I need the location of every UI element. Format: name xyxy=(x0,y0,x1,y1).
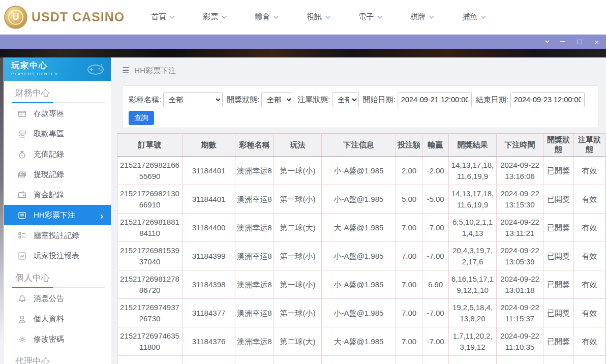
table-cell: 第一球(小) xyxy=(274,270,322,299)
bet-table-body: 215217269821665569031184401澳洲幸运8第一球(小)小-… xyxy=(117,157,605,364)
nav-item-live-video[interactable]: 視訊 xyxy=(307,12,329,22)
table-cell: 6,5,10,2,1,11,4,13 xyxy=(449,214,497,242)
table-row: 215217269746351180031184376澳洲幸运8第二球(大)大-… xyxy=(117,327,605,356)
sidebar-item-label: HH彩票下注 xyxy=(34,210,75,220)
sidebar-item-announcements[interactable]: 消息公告 xyxy=(4,288,111,309)
table-cell: 小-A盤@1.985 xyxy=(322,185,396,214)
section-title-agent-center: 代理中心 xyxy=(15,355,105,364)
table-cell: -5.00 xyxy=(422,185,449,214)
close-icon[interactable]: × xyxy=(594,38,599,46)
maximize-icon[interactable] xyxy=(578,40,582,44)
nav-item-fishing[interactable]: 捕魚 xyxy=(462,12,484,22)
table-cell: 澳洲幸运8 xyxy=(235,299,274,327)
table-cell xyxy=(274,356,322,364)
hamburger-icon[interactable]: ☰ xyxy=(122,67,129,75)
sidebar-item-label: 個人資料 xyxy=(34,314,64,324)
bet-records-table: 訂單號期數彩種名稱玩法下注信息投注額輸贏開獎結果下注時間開獎狀態注單狀態 215… xyxy=(117,133,605,364)
table-cell: 已開獎 xyxy=(543,157,574,185)
search-button[interactable]: 查詢 xyxy=(129,111,154,125)
order-status-select[interactable]: 全部 xyxy=(332,92,359,107)
table-cell: 第一球(小) xyxy=(274,299,322,327)
draw-status-label: 開獎狀態: xyxy=(227,95,259,105)
table-cell: 1,7,11,20,2,3,19,12 xyxy=(449,327,497,356)
dropdown-chevron-icon[interactable] xyxy=(545,40,548,43)
table-cell xyxy=(449,356,497,364)
minimize-icon[interactable] xyxy=(560,41,565,42)
main-panel: ☰ HH彩票下注 彩種名稱: 全部 開獎狀態: 全部 注單狀態: 全部 xyxy=(111,57,606,364)
sidebar-item-label: 修改密碼 xyxy=(34,335,64,344)
sidebar-item-profile[interactable]: 個人資料 xyxy=(4,309,111,329)
sidebar-item-label: 消息公告 xyxy=(34,294,64,304)
app-window: U USDT CASINO 首頁彩票體育視訊電子棋牌捕魚 × 玩家中心 PLAY… xyxy=(0,0,606,364)
sidebar-item-label: 提現記錄 xyxy=(34,170,64,179)
column-header: 開獎狀態 xyxy=(543,134,574,157)
sidebar-item-hh-lottery-bets[interactable]: HH彩票下注 xyxy=(4,205,111,225)
table-cell: 7.00 xyxy=(396,299,422,327)
sidebar-item-deposit-area[interactable]: 存款專區 xyxy=(4,103,111,124)
withdraw-hand-icon xyxy=(17,129,26,138)
nav-item-label: 首頁 xyxy=(151,12,166,22)
table-cell: 有效 xyxy=(574,214,605,242)
lottery-name-select[interactable]: 全部 xyxy=(163,92,223,107)
column-header: 期數 xyxy=(183,134,235,157)
table-cell: 澳洲幸运8 xyxy=(235,242,274,270)
brand-logo[interactable]: U USDT CASINO xyxy=(4,6,125,29)
table-row: 215217269812788672031184398澳洲幸运8第一球(小)小-… xyxy=(117,270,605,299)
chevron-down-icon xyxy=(429,14,434,19)
order-status-label: 注單狀態: xyxy=(297,95,330,105)
sidebar-item-recharge-records[interactable]: 充值記錄 xyxy=(4,144,111,164)
table-cell: 31184400 xyxy=(183,214,235,242)
filter-row: 彩種名稱: 全部 開獎狀態: 全部 注單狀態: 全部 開始日期: 結束日期: xyxy=(129,92,592,107)
gamepad-icon xyxy=(85,62,106,77)
table-cell xyxy=(574,356,605,364)
sidebar-item-funds-records[interactable]: 資金記錄 xyxy=(4,185,111,205)
table-cell: 小-A盤@1.985 xyxy=(322,270,396,299)
table-cell: 31184377 xyxy=(183,299,235,327)
table-cell xyxy=(422,356,449,364)
moneybag-icon xyxy=(17,149,26,159)
table-row: 215217269815393704031184399澳洲幸运8第一球(小)小-… xyxy=(117,242,605,270)
chevron-down-icon xyxy=(481,14,486,19)
nav-item-board-games[interactable]: 棋牌 xyxy=(410,12,433,22)
column-header: 彩種名稱 xyxy=(235,134,274,157)
sidebar-item-room-bet-records[interactable]: 廳室投註記錄 xyxy=(4,225,111,246)
sidebar-item-label: 玩家投注報表 xyxy=(34,251,79,261)
sidebar-item-withdraw-area[interactable]: 取款專區 xyxy=(4,124,111,144)
table-cell: 小-A盤@1.985 xyxy=(322,157,396,185)
banknotes-icon xyxy=(17,170,26,179)
table-cell: 澳洲幸运8 xyxy=(235,327,274,356)
table-cell xyxy=(497,356,543,364)
draw-status-select[interactable]: 全部 xyxy=(261,92,293,107)
nav-item-home[interactable]: 首頁 xyxy=(151,12,173,22)
sidebar-item-withdrawal-records[interactable]: 提現記錄 xyxy=(4,164,111,185)
filter-panel: 彩種名稱: 全部 開獎狀態: 全部 注單狀態: 全部 開始日期: 結束日期: xyxy=(122,85,598,128)
start-date-input[interactable] xyxy=(398,92,472,107)
table-cell: 2152172698188184110 xyxy=(117,214,183,242)
nav-item-slots[interactable]: 電子 xyxy=(358,12,381,22)
sidebar-item-player-bet-report[interactable]: 玩家投注報表 xyxy=(4,246,111,266)
chevron-down-icon xyxy=(170,14,175,19)
table-cell: 澳洲幸运8 xyxy=(235,185,274,214)
table-cell: 已開獎 xyxy=(543,327,574,356)
table-cell: 31184401 xyxy=(183,185,235,214)
table-cell: 6,16,15,17,19,12,1,10 xyxy=(449,270,497,299)
nav-item-label: 棋牌 xyxy=(410,12,426,22)
sidebar-header: 玩家中心 PLAYERS CENTER xyxy=(4,57,111,81)
column-header: 玩法 xyxy=(274,134,322,157)
sidebar-item-label: 廳室投註記錄 xyxy=(34,231,79,240)
table-cell xyxy=(396,356,422,364)
nav-item-lottery[interactable]: 彩票 xyxy=(203,12,225,22)
sidebar-item-change-password[interactable]: 修改密碼 xyxy=(4,329,111,349)
chevron-down-icon xyxy=(222,14,227,19)
sidebar-item-label: 取款專區 xyxy=(34,129,64,139)
table-cell: 14,13,17,18,11,6,19,9 xyxy=(449,157,497,185)
nav-item-label: 電子 xyxy=(358,12,374,22)
sidebar-item-label: 資金記錄 xyxy=(34,190,64,200)
table-cell: 小-A盤@1.985 xyxy=(322,299,396,327)
table-cell: 第一球(小) xyxy=(274,242,322,270)
table-cell: 大-A盤@1.985 xyxy=(322,327,396,356)
end-date-input[interactable] xyxy=(510,92,585,107)
bell-icon xyxy=(17,294,26,303)
background-image-strip xyxy=(0,49,606,57)
nav-item-sports[interactable]: 體育 xyxy=(255,12,277,22)
